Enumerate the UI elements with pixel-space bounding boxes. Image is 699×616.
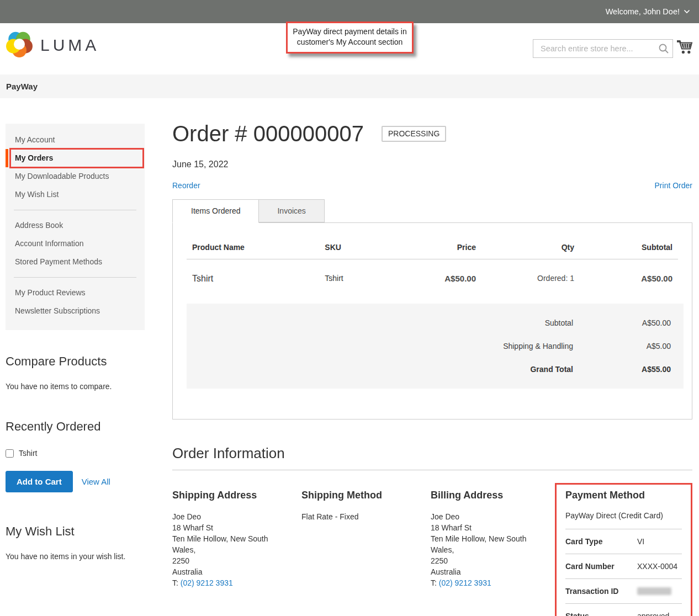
cell-product-name: Tshirt <box>187 259 319 301</box>
phone-link[interactable]: (02) 9212 3931 <box>181 578 233 587</box>
reorder-link[interactable]: Reorder <box>172 181 200 190</box>
top-bar: Welcome, John Doe! <box>0 0 699 23</box>
shipping-method-value: Flat Rate - Fixed <box>301 511 420 522</box>
address-line: 18 Wharf St <box>172 522 290 533</box>
address-line: Ten Mile Hollow, New South Wales, <box>172 533 290 555</box>
total-value: A$50.00 <box>573 318 671 327</box>
payment-row-label: Card Number <box>565 562 637 571</box>
print-order-link[interactable]: Print Order <box>655 181 692 190</box>
sidebar-item-newsletter-subscriptions[interactable]: Newsletter Subscriptions <box>6 302 145 320</box>
sidebar-item-account-information[interactable]: Account Information <box>6 235 145 253</box>
recently-ordered-item-checkbox[interactable] <box>6 449 14 458</box>
tab-items-ordered[interactable]: Items Ordered <box>172 199 259 223</box>
address-phone-line: T: (02) 9212 3931 <box>172 577 290 588</box>
address-phone-line: T: (02) 9212 3931 <box>431 577 549 588</box>
phone-link[interactable]: (02) 9212 3931 <box>439 578 491 587</box>
order-information-title: Order Information <box>172 445 692 470</box>
welcome-dropdown[interactable]: Welcome, John Doe! <box>606 7 690 16</box>
welcome-text: Welcome, John Doe! <box>606 7 680 16</box>
total-value: A$55.00 <box>573 365 671 374</box>
order-items-table: Product Name SKU Price Qty Subtotal Tshi… <box>187 236 678 300</box>
tab-invoices[interactable]: Invoices <box>258 199 324 222</box>
order-information-section: Order Information Shipping Address Joe D… <box>172 445 692 616</box>
shipping-address-block: Shipping Address Joe Deo 18 Wharf St Ten… <box>172 490 301 588</box>
sidebar-item-my-orders[interactable]: My Orders <box>6 149 145 167</box>
cell-qty: Ordered: 1 <box>481 259 580 301</box>
view-all-link[interactable]: View All <box>82 477 110 486</box>
recently-ordered-actions: Add to Cart View All <box>6 471 145 492</box>
total-label: Grand Total <box>530 365 573 374</box>
sidebar-item-my-product-reviews[interactable]: My Product Reviews <box>6 284 145 302</box>
address-line: 2250 <box>431 555 549 566</box>
payment-row-value: approved <box>637 612 669 616</box>
logo-text: LUMA <box>40 36 99 55</box>
payment-row-card-number: Card Number XXXX-0004 <box>565 554 682 578</box>
sidebar-item-my-wish-list[interactable]: My Wish List <box>6 185 145 204</box>
add-to-cart-button[interactable]: Add to Cart <box>6 471 73 492</box>
total-label: Shipping & Handling <box>503 342 573 351</box>
address-line: Australia <box>172 566 290 577</box>
cell-sku: Tshirt <box>319 259 383 301</box>
total-label: Subtotal <box>545 318 573 327</box>
col-header-sku: SKU <box>319 236 383 259</box>
sidebar-item-label: My Orders <box>15 153 53 162</box>
payment-method-annotation-box: Payment Method PayWay Direct (Credit Car… <box>555 483 692 616</box>
search-icon[interactable] <box>658 43 669 56</box>
recently-ordered-item: Tshirt <box>6 449 145 458</box>
nav-divider <box>14 210 136 210</box>
search-input[interactable] <box>533 39 673 58</box>
total-row-grand-total: Grand Total A$55.00 <box>187 358 671 381</box>
annotation-callout: PayWay direct payment details in custome… <box>286 22 414 54</box>
page-title: Order # 000000007 <box>172 121 364 146</box>
shipping-address: Joe Deo 18 Wharf St Ten Mile Hollow, New… <box>172 511 290 588</box>
address-line: Joe Deo <box>431 511 549 522</box>
account-navigation: My Account My Orders My Downloadable Pro… <box>6 124 145 330</box>
order-totals: Subtotal A$50.00 Shipping & Handling A$5… <box>187 304 684 389</box>
table-row: Tshirt Tshirt A$50.00 Ordered: 1 A$50.00 <box>187 259 678 301</box>
col-header-qty: Qty <box>481 236 580 259</box>
phone-prefix: T: <box>431 578 439 587</box>
store-logo[interactable]: LUMA <box>6 30 99 60</box>
shipping-address-title: Shipping Address <box>172 490 290 501</box>
total-value: A$5.00 <box>573 342 671 351</box>
order-header: Order # 000000007 PROCESSING <box>172 121 692 146</box>
payment-method-title: Payment Method <box>565 490 682 501</box>
cell-price: A$50.00 <box>383 259 481 301</box>
cart-icon[interactable] <box>676 39 693 55</box>
payment-row-value: VI <box>637 537 644 546</box>
payment-row-status: Status approved <box>565 603 682 616</box>
annotation-line-1: PayWay direct payment details in <box>290 26 410 37</box>
order-tabs: Items Ordered Invoices <box>172 199 692 222</box>
compare-products-title: Compare Products <box>6 354 145 369</box>
search-box <box>533 39 673 58</box>
wish-list-empty-text: You have no items in your wish list. <box>6 552 145 561</box>
payment-row-label: Transaction ID <box>565 587 637 596</box>
address-line: 18 Wharf St <box>431 522 549 533</box>
sidebar-item-my-downloadable-products[interactable]: My Downloadable Products <box>6 167 145 185</box>
breadcrumb: PayWay <box>0 75 699 98</box>
billing-address: Joe Deo 18 Wharf St Ten Mile Hollow, New… <box>431 511 549 588</box>
payment-row-value: XXXX-0004 <box>637 562 677 571</box>
my-wish-list-title: My Wish List <box>6 524 145 539</box>
shipping-method-text: Flat Rate - Fixed <box>301 511 420 522</box>
payment-row-transaction-id: Transaction ID <box>565 578 682 603</box>
billing-address-block: Billing Address Joe Deo 18 Wharf St Ten … <box>431 490 560 588</box>
payment-method-name: PayWay Direct (Credit Card) <box>565 511 682 520</box>
order-date: June 15, 2022 <box>172 160 692 169</box>
recently-ordered-item-link[interactable]: Tshirt <box>19 449 37 458</box>
phone-prefix: T: <box>172 578 181 587</box>
main-layout: My Account My Orders My Downloadable Pro… <box>0 98 699 616</box>
sidebar-item-stored-payment-methods[interactable]: Stored Payment Methods <box>6 253 145 271</box>
address-line: Joe Deo <box>172 511 290 522</box>
order-information-columns: Shipping Address Joe Deo 18 Wharf St Ten… <box>172 490 692 616</box>
payment-row-card-type: Card Type VI <box>565 529 682 554</box>
nav-divider <box>14 277 136 278</box>
address-line: Ten Mile Hollow, New South Wales, <box>431 533 549 555</box>
sidebar-item-my-account[interactable]: My Account <box>6 131 145 149</box>
transaction-id-redacted <box>637 587 671 595</box>
sidebar-item-address-book[interactable]: Address Book <box>6 216 145 235</box>
breadcrumb-current: PayWay <box>6 82 38 91</box>
sidebar: My Account My Orders My Downloadable Pro… <box>6 98 145 616</box>
shipping-method-title: Shipping Method <box>301 490 420 501</box>
annotation-line-2: customer's My Account section <box>290 37 410 47</box>
